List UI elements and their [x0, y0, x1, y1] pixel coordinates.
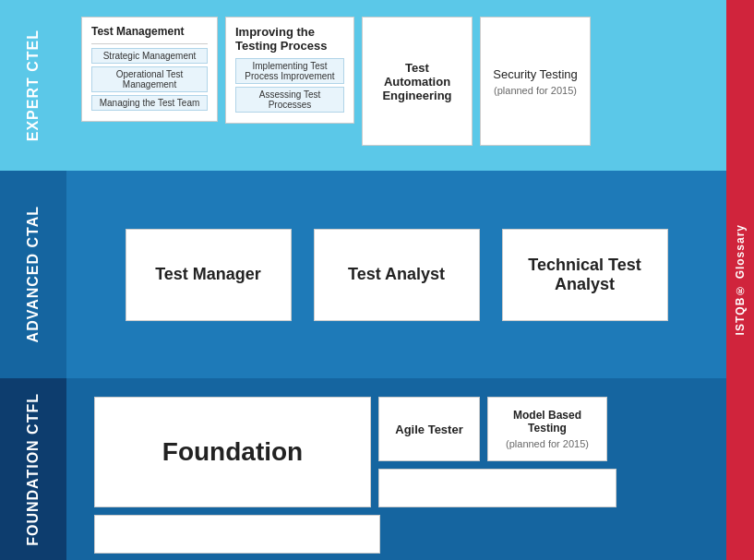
agile-tester-label: Agile Tester — [395, 423, 462, 436]
foundation-section: Foundation Agile Tester Model Based Test… — [66, 378, 726, 560]
advanced-label: ADVANCED CTAL — [25, 206, 42, 342]
tm-item-1: Strategic Management — [91, 48, 208, 64]
improving-item-1: Implementing Test Process Improvement — [235, 58, 344, 84]
model-based-card: Model Based Testing (planned for 2015) — [487, 397, 607, 461]
advanced-technical-label: Technical Test Analyst — [503, 256, 667, 294]
security-title: Security Testing — [493, 67, 578, 81]
main-content: Test Management Strategic Management Ope… — [66, 0, 726, 560]
test-management-card: Test Management Strategic Management Ope… — [81, 17, 218, 122]
foundation-title: Foundation — [162, 437, 303, 467]
main-wrapper: EXPERT CTEL ADVANCED CTAL FOUNDATION CTF… — [0, 0, 754, 560]
improving-card: Improving the Testing Process Implementi… — [225, 17, 354, 124]
advanced-manager-label: Test Manager — [155, 265, 261, 284]
left-labels: EXPERT CTEL ADVANCED CTAL FOUNDATION CTF… — [0, 0, 66, 560]
improving-title: Improving the Testing Process — [235, 25, 344, 53]
tm-item-3: Managing the Test Team — [91, 95, 208, 111]
expert-label: EXPERT CTEL — [25, 30, 42, 141]
advanced-card-technical: Technical Test Analyst — [502, 229, 668, 321]
foundation-label: FOUNDATION CTFL — [25, 393, 42, 546]
advanced-card-analyst: Test Analyst — [314, 229, 480, 321]
expert-label-bg: EXPERT CTEL — [0, 0, 66, 171]
security-note: (planned for 2015) — [494, 85, 577, 96]
tm-item-2: Operational Test Management — [91, 66, 208, 92]
glossary-bar: ISTQB® Glossary — [726, 0, 754, 560]
improving-item-2: Assessing Test Processes — [235, 87, 344, 113]
model-based-note: (planned for 2015) — [496, 438, 599, 449]
advanced-section: Test Manager Test Analyst Technical Test… — [66, 171, 726, 378]
foundation-label-bg: FOUNDATION CTFL — [0, 378, 66, 560]
foundation-bottom-bar — [94, 515, 380, 554]
foundation-bottom-right — [378, 469, 616, 507]
advanced-analyst-label: Test Analyst — [348, 265, 445, 284]
agile-tester-card: Agile Tester — [378, 397, 480, 461]
model-based-title: Model Based Testing — [496, 409, 599, 435]
advanced-card-manager: Test Manager — [126, 229, 292, 321]
automation-card: Test Automation Engineering — [362, 17, 473, 146]
security-card: Security Testing (planned for 2015) — [480, 17, 591, 146]
expert-section: Test Management Strategic Management Ope… — [66, 0, 726, 171]
automation-title: Test Automation Engineering — [372, 61, 462, 102]
foundation-main-card: Foundation — [94, 397, 371, 507]
test-management-title: Test Management — [91, 25, 208, 38]
advanced-label-bg: ADVANCED CTAL — [0, 171, 66, 378]
glossary-label: ISTQB® Glossary — [734, 224, 747, 335]
